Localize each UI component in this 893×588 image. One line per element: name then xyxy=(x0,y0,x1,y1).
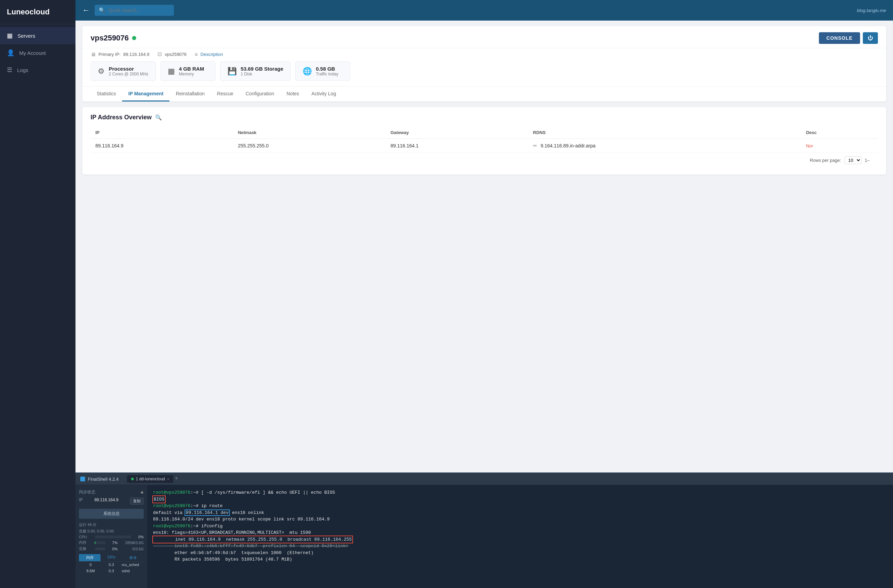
desc-cell[interactable]: Nor xyxy=(801,139,878,153)
desc-link[interactable]: Nor xyxy=(806,143,813,148)
tab-ip-management[interactable]: IP Management xyxy=(122,87,170,102)
server-header: vps259076 CONSOLE ⏻ xyxy=(82,26,886,48)
tab-notes[interactable]: Notes xyxy=(280,87,305,102)
ts-row2-cmd: sshd xyxy=(122,569,142,573)
server-panel: vps259076 CONSOLE ⏻ 🖥 Primary IP: 89.116… xyxy=(82,26,886,102)
ram-progress-row: 内存 7% 285M/3.8G xyxy=(79,540,144,545)
search-icon-ip[interactable]: 🔍 xyxy=(155,114,162,121)
search-wrap: 🔍 xyxy=(95,5,239,16)
sidebar-account-label: My Account xyxy=(19,50,46,56)
sysinfo-button[interactable]: 系统信息 xyxy=(79,509,144,519)
console-button[interactable]: CONSOLE xyxy=(819,32,860,44)
sidebar-item-servers[interactable]: ▦ Servers xyxy=(0,27,75,44)
traffic-icon: 🌐 xyxy=(302,67,312,76)
col-rdns: RDNS xyxy=(528,126,801,139)
term-line-inet: inet 89.116.164.9 netmask 255.255.255.0 … xyxy=(153,536,887,543)
ip-table: IP Netmask Gateway RDNS Desc 89.116.164.… xyxy=(90,126,878,153)
servers-icon: ▦ xyxy=(7,32,13,39)
term-line-rx: RX packets 358596 bytes 51091764 (48.7 M… xyxy=(153,556,887,563)
rows-per-page-select[interactable]: 10 25 50 xyxy=(845,156,861,164)
server-actions: CONSOLE ⏻ xyxy=(819,32,878,44)
sidebar-logs-label: Logs xyxy=(17,67,29,73)
hostname-item: ⊡ vps259076 xyxy=(158,51,186,57)
storage-icon: 💾 xyxy=(227,67,237,76)
back-button[interactable]: ← xyxy=(82,6,90,15)
tab-close-button[interactable]: × xyxy=(167,477,169,481)
ts-row2-cpu: 0.3 xyxy=(101,569,122,573)
swap-detail: 0/3.6G xyxy=(120,547,144,551)
primary-ip-label: Primary IP: xyxy=(98,52,120,57)
tab-rescue[interactable]: Rescue xyxy=(211,87,239,102)
term-line-2: root@vps259076:~# ip route xyxy=(153,502,887,510)
page-info: 1– xyxy=(865,158,870,163)
hostname-value: vps259076 xyxy=(165,52,186,57)
search-input[interactable] xyxy=(95,5,174,16)
terminal-add-tab[interactable]: + xyxy=(174,475,178,483)
swap-label: 交换 xyxy=(79,546,93,551)
load-label: 负载 0.00, 0.00, 0.00 xyxy=(79,529,144,534)
primary-ip-value: 89.116.164.9 xyxy=(123,52,149,57)
ts-col-cpu[interactable]: CPU xyxy=(101,554,122,561)
uptime-label: 运行 46 分 xyxy=(79,522,144,527)
inet6-strikethrough: inet6 fe80::e4b6:bfff:fe49:6db7 prefixle… xyxy=(153,543,349,549)
ram-bar-bg xyxy=(95,542,105,544)
power-button[interactable]: ⏻ xyxy=(863,32,878,44)
rows-per-page-label: Rows per page: xyxy=(810,158,841,163)
ip-value: 89.116.164.9 xyxy=(94,498,118,505)
sidebar: Luneocloud ▦ Servers 👤 My Account ☰ Logs xyxy=(0,0,75,588)
watermark: blog.tanglu.me xyxy=(857,8,886,13)
copy-button[interactable]: 复制 xyxy=(130,498,144,505)
terminal-output[interactable]: root@vps259076:~# [ -d /sys/firmware/efi… xyxy=(147,485,893,588)
term-line-3: default via 89.116.164.1 dev ens18 onlin… xyxy=(153,510,887,516)
tab-active-dot xyxy=(131,478,134,480)
sidebar-servers-label: Servers xyxy=(18,33,35,39)
ts-col-mem[interactable]: 内存 xyxy=(79,554,101,561)
sidebar-item-logs[interactable]: ☰ Logs xyxy=(0,62,75,78)
ram-detail: 285M/3.8G xyxy=(120,541,144,545)
traffic-title: 0.58 GB xyxy=(316,66,338,72)
description-item[interactable]: ≡ Description xyxy=(195,51,223,57)
tab-activity-log[interactable]: Activity Log xyxy=(305,87,343,102)
terminal-tab-1[interactable]: 1 dd-luneocloud × xyxy=(127,475,174,483)
rdns-edit-icon[interactable]: ✏ xyxy=(533,143,537,148)
col-ip: IP xyxy=(90,126,233,139)
term-line-5: root@vps259076:~# ifconfig xyxy=(153,523,887,530)
ip-cell: 89.116.164.9 xyxy=(90,139,233,153)
pagination-bar: Rows per page: 10 25 50 1– xyxy=(90,153,878,168)
ts-table-header: 内存 CPU 命令 xyxy=(79,554,144,562)
sync-status-row: 同步状态 ● xyxy=(79,489,144,495)
swap-progress-row: 交换 0% 0/3.6G xyxy=(79,546,144,551)
server-tabs: Statistics IP Management Reinstallation … xyxy=(82,86,886,102)
ip-label: IP xyxy=(79,498,83,505)
tab-reinstallation[interactable]: Reinstallation xyxy=(170,87,210,102)
ts-table-row-1: 0 0.3 rcu_sched xyxy=(79,562,144,568)
ts-row1-cmd: rcu_sched xyxy=(122,562,142,567)
term-line-6: ens18: flags=4163<UP,BROADCAST,RUNNING,M… xyxy=(153,530,887,536)
tab-statistics[interactable]: Statistics xyxy=(90,87,122,102)
sidebar-item-my-account[interactable]: 👤 My Account xyxy=(0,44,75,62)
terminal-tab-label: 1 dd-luneocloud xyxy=(136,477,165,482)
ram-sub: Memory xyxy=(179,72,204,76)
col-desc: Desc xyxy=(801,126,878,139)
netmask-cell: 255.255.255.0 xyxy=(233,139,386,153)
terminal-header: FinalShell 4.2.4 1 dd-luneocloud × + xyxy=(75,473,893,485)
terminal-app-name: FinalShell 4.2.4 xyxy=(80,477,119,482)
server-meta: 🖥 Primary IP: 89.116.164.9 ⊡ vps259076 ≡… xyxy=(82,48,886,62)
hostname-icon: ⊡ xyxy=(158,51,162,57)
sync-dot: ● xyxy=(140,489,144,495)
ram-icon: ▦ xyxy=(168,67,175,76)
description-icon: ≡ xyxy=(195,51,198,57)
ram-title: 4 GB RAM xyxy=(179,66,204,72)
tab-configuration[interactable]: Configuration xyxy=(239,87,280,102)
term-line-1: root@vps259076:~# [ -d /sys/firmware/efi… xyxy=(153,489,887,496)
cpu-progress-row: CPU 0% xyxy=(79,535,144,539)
cpu-pct: 0% xyxy=(134,535,144,539)
status-indicator xyxy=(132,36,136,40)
terminal-sidebar: 同步状态 ● IP 89.116.164.9 复制 系统信息 运行 46 分 负… xyxy=(75,485,147,588)
swap-bar-bg xyxy=(95,548,105,550)
stat-traffic: 🌐 0.58 GB Traffic today xyxy=(295,62,350,81)
primary-ip-item: 🖥 Primary IP: 89.116.164.9 xyxy=(90,51,149,57)
description-link[interactable]: Description xyxy=(201,52,223,57)
ts-col-cmd[interactable]: 命令 xyxy=(122,554,144,561)
inet-highlight: inet 89.116.164.9 netmask 255.255.255.0 … xyxy=(153,536,352,543)
